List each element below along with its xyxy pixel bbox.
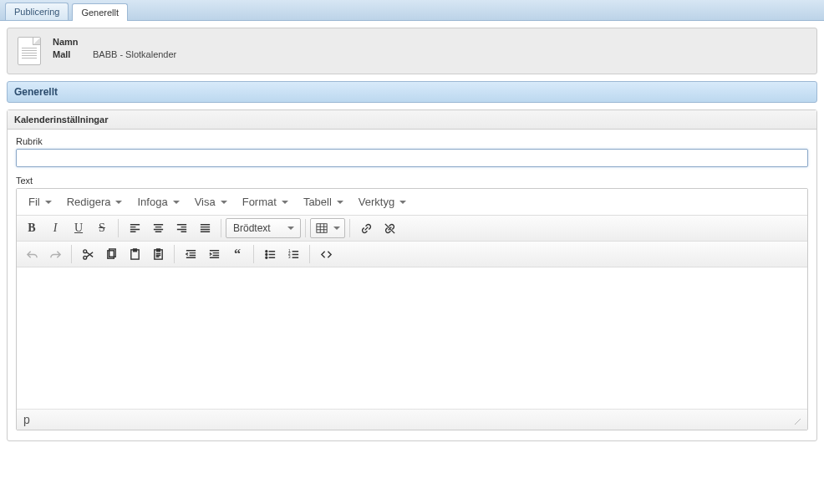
format-select-value: Brödtext <box>233 222 271 234</box>
paste-text-button[interactable] <box>147 244 169 264</box>
tab-publicering[interactable]: Publicering <box>5 3 69 20</box>
unlink-button[interactable] <box>379 218 400 238</box>
tab-generellt[interactable]: Generellt <box>72 3 128 21</box>
menu-table-label: Tabell <box>303 196 332 208</box>
paste-button[interactable] <box>124 244 145 264</box>
align-justify-button[interactable] <box>194 218 216 238</box>
bold-button[interactable]: B <box>21 218 43 238</box>
chevron-down-icon <box>115 201 122 204</box>
info-panel: Namn Mall BABB - Slotkalender <box>7 28 817 74</box>
align-left-icon <box>129 222 141 235</box>
svg-rect-8 <box>156 248 160 251</box>
text-editor: Text Fil Redigera Infoga <box>16 176 808 430</box>
toolbar-row-2: “ 123 <box>17 242 807 267</box>
menu-format-label: Format <box>242 196 277 208</box>
info-template-value: BABB - Slotkalender <box>93 49 176 59</box>
info-fields: Namn Mall BABB - Slotkalender <box>53 37 176 59</box>
toolbar-row-1: B I U S <box>17 216 807 242</box>
menu-format[interactable]: Format <box>236 192 295 211</box>
outdent-icon <box>185 248 197 261</box>
menu-table[interactable]: Tabell <box>297 192 350 211</box>
unlink-icon <box>384 222 396 235</box>
underline-button[interactable]: U <box>68 218 89 238</box>
indent-button[interactable] <box>203 244 225 264</box>
separator <box>253 245 254 263</box>
paste-text-icon <box>152 248 165 261</box>
link-icon <box>360 222 373 235</box>
svg-point-11 <box>265 257 267 258</box>
menu-edit-label: Redigera <box>67 196 111 208</box>
svg-rect-6 <box>133 248 136 251</box>
quote-icon: “ <box>234 247 241 262</box>
strikethrough-button[interactable]: S <box>91 218 113 238</box>
text-label: Text <box>16 176 808 186</box>
align-right-button[interactable] <box>170 218 192 238</box>
italic-icon: I <box>53 221 58 235</box>
redo-icon <box>49 248 62 261</box>
menu-insert[interactable]: Infoga <box>130 192 186 211</box>
svg-text:3: 3 <box>287 255 290 259</box>
chevron-down-icon <box>282 201 288 204</box>
link-button[interactable] <box>355 218 377 238</box>
chevron-down-icon <box>337 201 343 204</box>
strikethrough-icon: S <box>99 221 105 235</box>
menu-tools[interactable]: Verktyg <box>352 192 413 211</box>
undo-button[interactable] <box>21 244 43 264</box>
subsection-body: Rubrik Text Fil Redigera Infoga <box>8 130 816 440</box>
document-icon <box>18 37 41 65</box>
svg-rect-0 <box>317 224 327 233</box>
editor-path: p <box>23 413 30 426</box>
copy-button[interactable] <box>100 244 122 264</box>
subsection-title: Kalenderinställningar <box>8 110 816 130</box>
menu-tools-label: Verktyg <box>359 196 394 208</box>
separator <box>309 245 310 263</box>
bold-icon: B <box>28 221 35 235</box>
svg-point-1 <box>83 256 86 259</box>
menu-view[interactable]: Visa <box>188 192 234 211</box>
menu-file-label: Fil <box>28 196 40 208</box>
source-code-button[interactable] <box>315 244 337 264</box>
info-template-label: Mall <box>53 49 83 59</box>
scissors-icon <box>82 248 94 261</box>
app-root: Publicering Generellt Namn Mall BABB - S… <box>0 0 824 441</box>
separator <box>221 219 221 237</box>
blockquote-button[interactable]: “ <box>226 244 248 264</box>
chevron-down-icon <box>399 201 406 204</box>
subsection-kalender: Kalenderinställningar Rubrik Text Fil Re… <box>7 109 817 441</box>
number-list-icon: 123 <box>287 248 300 261</box>
svg-point-2 <box>83 249 86 252</box>
rubrik-input[interactable] <box>16 149 808 167</box>
editor-content[interactable] <box>17 267 807 410</box>
chevron-down-icon <box>173 201 180 204</box>
align-center-button[interactable] <box>147 218 169 238</box>
separator <box>118 219 119 237</box>
bullet-list-icon <box>264 248 277 261</box>
bullet-list-button[interactable] <box>259 244 281 264</box>
resize-handle[interactable] <box>791 415 801 425</box>
align-left-button[interactable] <box>124 218 145 238</box>
underline-icon: U <box>74 221 83 235</box>
paste-icon <box>129 248 141 261</box>
align-justify-icon <box>199 222 211 235</box>
rubrik-label: Rubrik <box>16 136 808 146</box>
chevron-down-icon <box>333 227 340 230</box>
menu-file[interactable]: Fil <box>22 192 58 211</box>
redo-button[interactable] <box>44 244 66 264</box>
editor-container: Fil Redigera Infoga Visa Format <box>16 188 808 430</box>
separator <box>174 245 175 263</box>
table-button[interactable] <box>310 218 345 238</box>
format-select[interactable]: Brödtext <box>226 218 301 238</box>
align-right-icon <box>175 222 188 235</box>
chevron-down-icon <box>221 201 227 204</box>
number-list-button[interactable]: 123 <box>282 244 304 264</box>
editor-statusbar: p <box>17 410 807 430</box>
italic-button[interactable]: I <box>44 218 66 238</box>
editor-menubar: Fil Redigera Infoga Visa Format <box>17 189 807 216</box>
menu-edit[interactable]: Redigera <box>60 192 130 211</box>
chevron-down-icon <box>45 201 52 204</box>
undo-icon <box>26 248 38 261</box>
cut-button[interactable] <box>77 244 99 264</box>
outdent-button[interactable] <box>180 244 201 264</box>
table-icon <box>316 222 328 234</box>
align-center-icon <box>152 222 165 235</box>
